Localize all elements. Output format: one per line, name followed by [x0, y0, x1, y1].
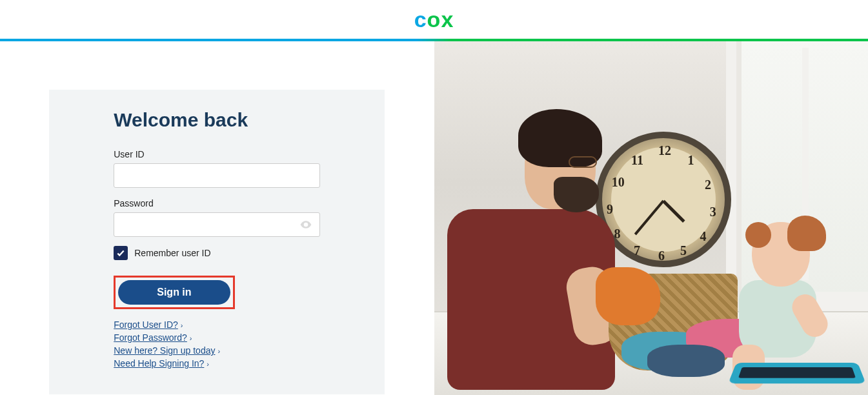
help-signin-text: Need Help Signing In?: [114, 358, 204, 369]
clock-number: 1: [688, 153, 694, 168]
help-links: Forgot User ID?› Forgot Password?› New h…: [114, 319, 320, 369]
clock-number: 4: [700, 229, 707, 244]
brand-logo[interactable]: cox: [414, 7, 454, 32]
left-panel: Welcome back User ID Password Remember u…: [0, 41, 434, 395]
password-label: Password: [114, 198, 320, 208]
clock-number: 5: [680, 243, 687, 258]
logo-letter-x: x: [441, 7, 454, 32]
chevron-right-icon: ›: [207, 360, 209, 368]
tablet-illustration: [728, 363, 866, 383]
remember-label: Remember user ID: [134, 248, 210, 258]
scene-background: 12 1 2 3 4 5 6 7 8 9 10 11: [434, 41, 869, 395]
remember-checkbox[interactable]: [114, 246, 128, 260]
userid-input[interactable]: [114, 163, 320, 188]
password-input[interactable]: [114, 212, 320, 237]
forgot-userid-text: Forgot User ID?: [114, 319, 178, 330]
signup-link[interactable]: New here? Sign up today›: [114, 345, 320, 356]
chevron-right-icon: ›: [217, 347, 220, 355]
clock-number: 3: [710, 205, 716, 219]
signin-card: Welcome back User ID Password Remember u…: [49, 90, 385, 394]
help-signin-link[interactable]: Need Help Signing In?›: [114, 358, 320, 369]
man-illustration: [447, 119, 628, 395]
signup-text: New here? Sign up today: [114, 345, 215, 356]
remember-row: Remember user ID: [114, 246, 320, 260]
chevron-right-icon: ›: [190, 334, 192, 342]
signin-highlight-box: Sign in: [114, 276, 234, 309]
logo-letter-o: o: [427, 7, 441, 32]
main: Welcome back User ID Password Remember u…: [0, 41, 868, 395]
userid-label: User ID: [114, 149, 320, 159]
clock-number: 12: [658, 143, 671, 158]
chevron-right-icon: ›: [181, 321, 183, 329]
signin-button[interactable]: Sign in: [118, 280, 230, 305]
show-password-icon[interactable]: [299, 218, 312, 231]
logo-letter-c: c: [414, 7, 427, 32]
forgot-password-link[interactable]: Forgot Password?›: [114, 332, 320, 343]
forgot-password-text: Forgot Password?: [114, 332, 187, 343]
clock-number: 7: [634, 243, 640, 258]
page-title: Welcome back: [114, 109, 320, 131]
forgot-userid-link[interactable]: Forgot User ID?›: [114, 319, 320, 330]
header: cox: [0, 0, 868, 39]
clock-number: 2: [705, 177, 711, 192]
clock-number: 11: [631, 153, 643, 168]
hero-image: 12 1 2 3 4 5 6 7 8 9 10 11: [434, 41, 869, 395]
clock-number: 6: [658, 248, 665, 263]
